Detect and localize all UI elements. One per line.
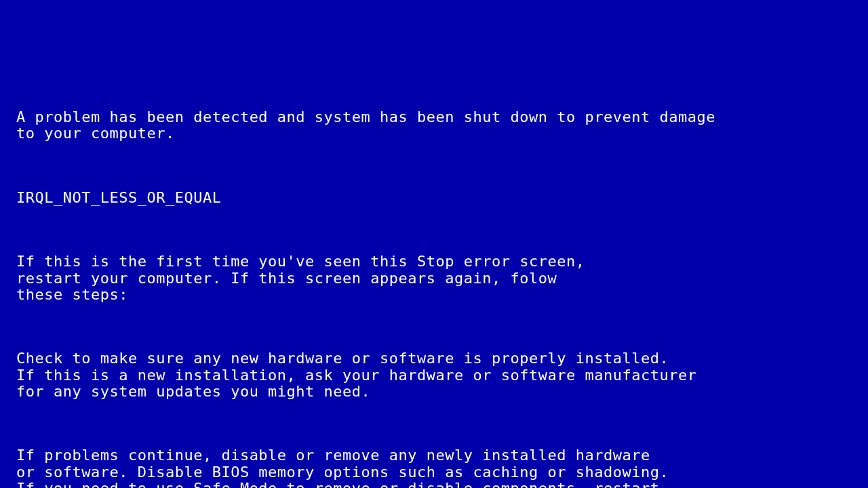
bsod-instruction-check: Check to make sure any new hardware or s… [16,350,852,400]
bsod-screen: A problem has been detected and system h… [16,77,852,488]
bsod-instruction-intro: If this is the first time you've seen th… [16,253,852,303]
bsod-header-text: A problem has been detected and system h… [16,109,852,142]
bsod-instruction-safemode: If problems continue, disable or remove … [16,447,852,488]
bsod-error-name: IRQL_NOT_LESS_OR_EQUAL [16,190,852,206]
